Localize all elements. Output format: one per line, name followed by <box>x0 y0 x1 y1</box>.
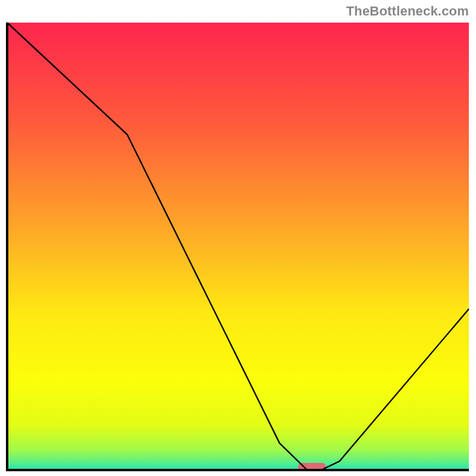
watermark-text: TheBottleneck.com <box>346 4 469 19</box>
bottleneck-chart <box>6 21 470 471</box>
chart-svg <box>6 21 470 471</box>
plot-background <box>7 23 469 470</box>
